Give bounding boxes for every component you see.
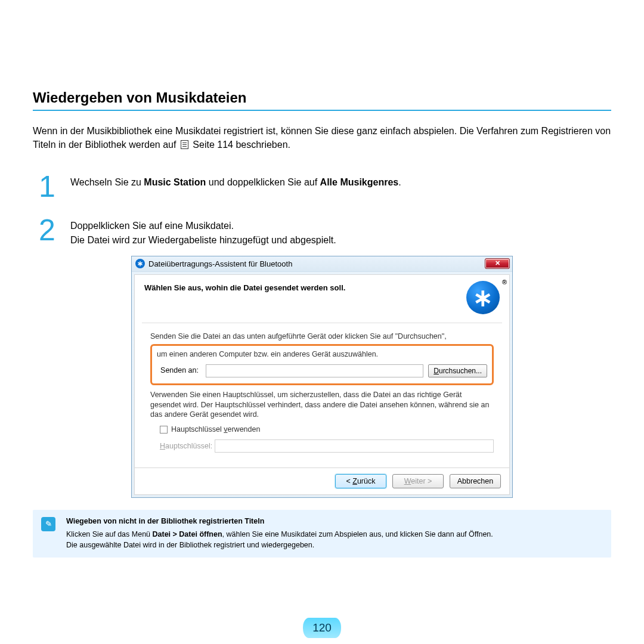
glyph: ∗ [137, 259, 143, 268]
bluetooth-wizard-dialog: ∗ Dateiübertragungs-Assistent für Blueto… [131, 256, 513, 498]
dialog-footer: < Zurück Weiter > Abbrechen [135, 467, 509, 494]
intro-text-1: Wenn in der Musikbibliothek eine Musikda… [33, 126, 611, 150]
dialog-titlebar: ∗ Dateiübertragungs-Assistent für Blueto… [132, 256, 512, 272]
close-button[interactable]: ✕ [485, 258, 510, 269]
close-icon: ✕ [495, 260, 500, 267]
text: . [398, 177, 401, 187]
step-2-text: Doppelklicken Sie auf eine Musikdatei. D… [70, 218, 336, 247]
note-line-1: Klicken Sie auf das Menü Datei > Datei ö… [66, 529, 603, 540]
key-input-row: Hauptschlüssel: [160, 439, 494, 453]
intro-text-2: Seite 114 beschrieben. [193, 140, 290, 150]
dialog-body: Wählen Sie aus, wohin die Datei gesendet… [134, 274, 510, 495]
wizard-header: Wählen Sie aus, wohin die Datei gesendet… [144, 281, 500, 314]
page-number: 120 [303, 618, 341, 638]
instruction-line-2: um einen anderen Computer bzw. ein ander… [157, 349, 487, 360]
back-button[interactable]: < Zurück [335, 474, 386, 488]
text: Doppelklicken Sie auf eine Musikdatei. [70, 221, 234, 231]
bold-text: Music Station [144, 177, 206, 187]
key-input [215, 439, 494, 453]
bluetooth-logo-icon: ∗ [466, 281, 500, 314]
glyph: ∗ [473, 284, 493, 311]
page-ref-icon [181, 140, 188, 149]
step-1: 1 Wechseln Sie zu Music Station und dopp… [33, 174, 611, 200]
wizard-content: Senden Sie die Datei an das unten aufgef… [144, 332, 500, 453]
instruction-line-1: Senden Sie die Datei an das unten aufgef… [150, 332, 494, 342]
note-box: ✎ Wiegeben von nicht in der Bibliothek r… [33, 510, 611, 558]
step-number: 1 [39, 174, 66, 200]
note-title: Wiegeben von nicht in der Bibliothek reg… [66, 516, 603, 527]
step-number: 2 [39, 218, 66, 243]
cancel-button[interactable]: Abbrechen [450, 474, 501, 488]
checkbox-icon[interactable] [160, 426, 168, 434]
bold-text: Datei > Datei öffnen [153, 530, 222, 538]
note-icon: ✎ [41, 517, 55, 531]
send-to-input[interactable] [206, 364, 423, 377]
text: Klicken Sie auf das Menü [66, 530, 153, 538]
next-button: Weiter > [392, 474, 444, 488]
wizard-heading: Wählen Sie aus, wohin die Datei gesendet… [144, 281, 466, 292]
send-to-label: Senden an: [157, 366, 201, 376]
text: und doppelklicken Sie auf [206, 177, 320, 187]
use-key-checkbox-row[interactable]: Hauptschlüssel verwenden [160, 425, 494, 435]
text: Die Datei wird zur Wiedergabeliste hinzu… [70, 235, 336, 245]
note-line-2: Die ausgewählte Datei wird in der Biblio… [66, 540, 603, 550]
key-field-label: Hauptschlüssel: [160, 441, 211, 451]
intro-paragraph: Wenn in der Musikbibliothek eine Musikda… [33, 124, 611, 151]
section-title: Wiedergeben von Musikdateien [33, 89, 611, 106]
use-key-label: Hauptschlüssel verwenden [171, 425, 260, 435]
step-2: 2 Doppelklicken Sie auf eine Musikdatei.… [33, 218, 611, 247]
title-underline [33, 110, 611, 111]
step-1-text: Wechseln Sie zu Music Station und doppel… [70, 174, 401, 190]
send-to-row: Senden an: Durchsuchen... [157, 364, 487, 377]
separator [142, 323, 502, 323]
browse-label-rest: urchsuchen... [439, 367, 482, 375]
key-paragraph: Verwenden Sie einen Hauptschlüssel, um s… [150, 390, 494, 420]
key-section: Verwenden Sie einen Hauptschlüssel, um s… [150, 390, 494, 453]
dialog-title: Dateiübertragungs-Assistent für Bluetoot… [148, 259, 292, 268]
bluetooth-icon: ∗ [135, 259, 145, 268]
browse-button[interactable]: Durchsuchen... [428, 364, 487, 377]
text: , wählen Sie eine Musikdatei zum Abspiel… [222, 530, 493, 538]
text: Wechseln Sie zu [70, 177, 144, 187]
send-highlight-box: um einen anderen Computer bzw. ein ander… [150, 344, 494, 385]
bold-text: Alle Musikgenres [320, 177, 399, 187]
